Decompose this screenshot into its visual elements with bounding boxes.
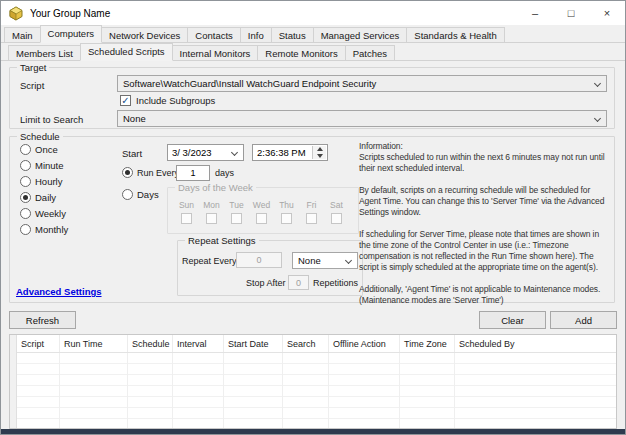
days-of-week-group: Days of the Week SunMonTueWedThuFriSat [167, 187, 359, 234]
spinner-up-icon[interactable] [317, 147, 323, 151]
weekday-checkbox [181, 213, 192, 224]
radio-icon [20, 192, 31, 203]
target-group-label: Target [17, 61, 49, 74]
window-bottom-edge [1, 429, 625, 434]
window-controls: – □ × [517, 1, 625, 25]
script-label: Script [20, 80, 44, 91]
tab-main[interactable]: Main [4, 27, 41, 42]
radio-icon [20, 176, 31, 187]
chevron-down-icon [345, 257, 352, 264]
frequency-option-minute[interactable]: Minute [20, 160, 68, 171]
frequency-option-label: Daily [35, 192, 56, 203]
limit-to-search-value: None [123, 113, 146, 124]
frequency-option-hourly[interactable]: Hourly [20, 176, 68, 187]
secondary-tab-bar: Members ListScheduled ScriptsInternal Mo… [1, 43, 625, 61]
frequency-option-daily[interactable]: Daily [20, 192, 68, 203]
column-header-run-time[interactable]: Run Time [60, 335, 128, 352]
subtab-scheduled-scripts[interactable]: Scheduled Scripts [80, 43, 173, 61]
maximize-button[interactable]: □ [553, 1, 589, 25]
scheduled-scripts-page: Target Script Software\WatchGuard\Instal… [1, 61, 625, 429]
weekday-checkbox [306, 213, 317, 224]
table-header-row: ScriptRun TimeScheduleIntervalStart Date… [17, 335, 616, 353]
limit-to-search-dropdown[interactable]: None [117, 110, 607, 127]
tab-info[interactable]: Info [240, 27, 272, 42]
stop-after-label: Stop After [246, 278, 286, 288]
limit-to-search-label: Limit to Search [20, 114, 83, 125]
spinner-down-icon[interactable] [317, 154, 323, 158]
subtab-patches[interactable]: Patches [345, 45, 395, 60]
primary-tab-bar: MainComputersNetwork DevicesContactsInfo… [1, 25, 625, 43]
add-button[interactable]: Add [550, 311, 617, 329]
column-header-offline-action[interactable]: Offline Action [329, 335, 400, 352]
column-header-time-zone[interactable]: Time Zone [400, 335, 455, 352]
run-every-days-input[interactable]: 1 [176, 165, 210, 181]
subtab-internal-monitors[interactable]: Internal Monitors [172, 45, 259, 60]
target-group: Target Script Software\WatchGuard\Instal… [9, 67, 615, 129]
tab-managed-services[interactable]: Managed Services [313, 27, 408, 42]
subtab-members-list[interactable]: Members List [8, 45, 81, 60]
weekday-fri: Fri [301, 200, 322, 224]
repeat-interval-dropdown[interactable]: None [292, 252, 358, 269]
weekday-label: Thu [279, 200, 294, 210]
column-header-search[interactable]: Search [283, 335, 329, 352]
weekday-label: Tue [229, 200, 243, 210]
frequency-option-weekly[interactable]: Weekly [20, 208, 68, 219]
repeat-interval-value: None [298, 255, 321, 266]
tab-computers[interactable]: Computers [40, 25, 102, 43]
group-cube-icon [8, 6, 24, 21]
frequency-option-once[interactable]: Once [20, 144, 68, 155]
run-every-label: Run Every [137, 168, 179, 178]
tab-status[interactable]: Status [271, 27, 314, 42]
title-bar: Your Group Name – □ × [1, 1, 625, 25]
script-dropdown[interactable]: Software\WatchGuard\Install WatchGuard E… [117, 75, 607, 92]
radio-icon [20, 224, 31, 235]
minimize-button[interactable]: – [517, 1, 553, 25]
start-date-value: 3/ 3/2023 [172, 147, 212, 158]
column-header-scheduled-by[interactable]: Scheduled By [455, 335, 616, 352]
radio-icon [20, 160, 31, 171]
stop-after-input: 0 [288, 275, 309, 290]
start-date-picker[interactable]: 3/ 3/2023 [167, 144, 244, 161]
app-window: Your Group Name – □ × MainComputersNetwo… [0, 0, 626, 435]
repeat-every-label: Repeat Every [182, 256, 237, 266]
frequency-option-monthly[interactable]: Monthly [20, 224, 68, 235]
clear-button[interactable]: Clear [479, 311, 546, 329]
subtab-remote-monitors[interactable]: Remote Monitors [257, 45, 345, 60]
weekday-tue: Tue [226, 200, 247, 224]
tab-contacts[interactable]: Contacts [187, 27, 241, 42]
repeat-every-input: 0 [236, 252, 282, 268]
column-header-script[interactable]: Script [17, 335, 60, 352]
tab-network-devices[interactable]: Network Devices [101, 27, 188, 42]
schedule-group-label: Schedule [17, 130, 63, 143]
radio-icon [122, 167, 133, 178]
close-button[interactable]: × [589, 1, 625, 25]
weekday-checkbox [231, 213, 242, 224]
column-header-interval[interactable]: Interval [173, 335, 224, 352]
weekday-checkbox [206, 213, 217, 224]
column-header-schedule[interactable]: Schedule [128, 335, 173, 352]
include-subgroups-checkbox[interactable]: ✓ Include Subgroups [120, 95, 215, 106]
tab-standards-health[interactable]: Standards & Health [406, 27, 504, 42]
frequency-option-label: Minute [35, 160, 64, 171]
radio-icon [122, 189, 133, 200]
repetitions-label: Repetitions [313, 278, 358, 288]
information-text: Information: Scripts scheduled to run wi… [359, 141, 621, 317]
advanced-settings-link[interactable]: Advanced Settings [16, 286, 102, 297]
refresh-button[interactable]: Refresh [9, 311, 76, 329]
scheduled-scripts-table: ScriptRun TimeScheduleIntervalStart Date… [9, 334, 617, 429]
days-radio-option[interactable]: Days [122, 189, 159, 200]
frequency-option-label: Monthly [35, 224, 68, 235]
info-paragraph: If scheduling for Server Time, please no… [359, 229, 621, 273]
weekday-thu: Thu [276, 200, 297, 224]
repeat-settings-group-label: Repeat Settings [185, 234, 259, 247]
run-every-radio-option[interactable]: Run Every [122, 167, 179, 178]
days-of-week-group-label: Days of the Week [175, 181, 256, 194]
weekday-checkbox-list: SunMonTueWedThuFriSat [176, 200, 354, 224]
start-label: Start [122, 148, 142, 159]
scripts-table-body[interactable] [17, 353, 616, 428]
days-label: Days [137, 189, 159, 200]
column-header-start-date[interactable]: Start Date [224, 335, 283, 352]
table-main: ScriptRun TimeScheduleIntervalStart Date… [17, 335, 616, 428]
info-paragraph: Additionally, 'Agent Time' is not applic… [359, 284, 621, 306]
start-time-field[interactable]: 2:36:38 PM [252, 144, 328, 161]
